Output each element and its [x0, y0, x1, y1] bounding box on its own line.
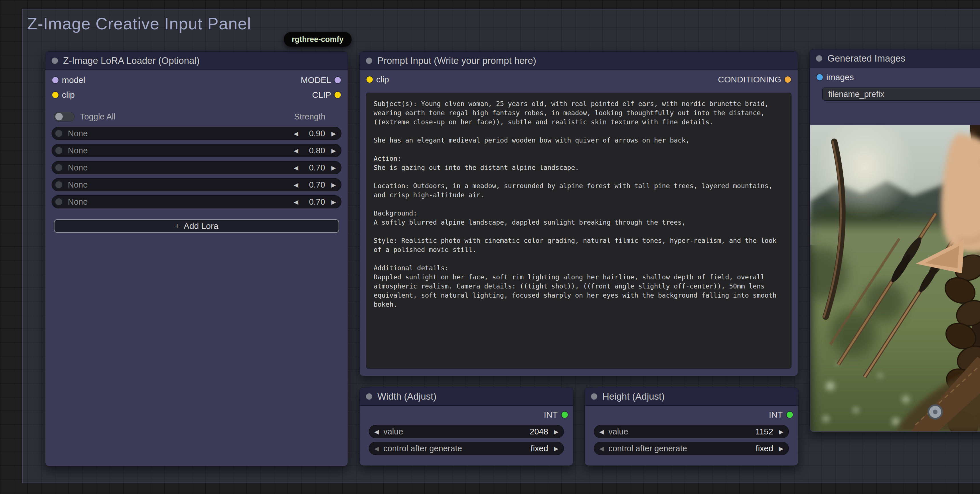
value-decrement-arrow[interactable]: ◀ [374, 429, 379, 435]
value-increment-arrow[interactable]: ▶ [554, 429, 558, 435]
plus-icon: + [175, 221, 180, 231]
strength-decrement-arrow[interactable]: ◀ [294, 148, 298, 154]
lora-name[interactable]: None [68, 197, 88, 206]
output-slot-int[interactable] [562, 411, 568, 418]
lora-toggle[interactable] [54, 146, 63, 155]
collapse-dot[interactable] [52, 57, 58, 64]
node-lora-loader[interactable]: Z-Image LoRA Loader (Optional) model MOD… [45, 51, 348, 466]
node-height-adjust[interactable]: Height (Adjust) INT ◀ value 1152 ▶ ◀ con… [584, 387, 798, 466]
collapse-dot[interactable] [366, 393, 372, 400]
value-label: value [383, 427, 403, 437]
value-label: value [608, 427, 628, 437]
input-label-model: model [62, 75, 85, 85]
lora-node-header[interactable]: Z-Image LoRA Loader (Optional) [45, 52, 348, 70]
control-decrement-arrow[interactable]: ◀ [374, 446, 379, 451]
control-increment-arrow[interactable]: ▶ [779, 446, 783, 451]
output-label-model: MODEL [301, 75, 331, 85]
node-width-adjust[interactable]: Width (Adjust) INT ◀ value 2048 ▶ ◀ cont… [360, 387, 573, 466]
group-title[interactable]: Z-Image Creative Input Panel [27, 14, 251, 33]
lora-toggle[interactable] [54, 163, 63, 172]
output-slot-clip[interactable] [334, 92, 341, 98]
lora-strength-value[interactable]: 0.70 [305, 180, 325, 189]
output-label-int: INT [769, 410, 783, 419]
input-slot-clip[interactable] [366, 76, 373, 83]
height-value-widget[interactable]: ◀ value 1152 ▶ [594, 425, 789, 438]
strength-decrement-arrow[interactable]: ◀ [294, 130, 298, 137]
strength-decrement-arrow[interactable]: ◀ [294, 182, 298, 188]
input-label-clip: clip [376, 75, 389, 84]
lora-row[interactable]: None ◀ 0.90 ▶ [52, 127, 341, 140]
strength-increment-arrow[interactable]: ▶ [331, 199, 336, 205]
control-label: control after generate [383, 444, 462, 453]
lora-strength-value[interactable]: 0.80 [305, 146, 325, 156]
slot-row-clip: clip CLIP [45, 87, 348, 102]
toggle-all-label: Toggle All [80, 112, 116, 121]
strength-increment-arrow[interactable]: ▶ [331, 130, 336, 137]
images-node-header[interactable]: Generated Images [810, 49, 980, 68]
collapse-dot[interactable] [366, 57, 372, 64]
add-lora-label: Add Lora [184, 221, 218, 231]
input-slot-images[interactable] [816, 74, 823, 80]
toggle-all-row: Toggle All Strength [45, 109, 348, 124]
value-decrement-arrow[interactable]: ◀ [599, 429, 604, 435]
output-slot-int[interactable] [787, 411, 793, 418]
lora-row[interactable]: None ◀ 0.70 ▶ [52, 178, 341, 191]
node-title: Prompt Input (Write your prompt here) [377, 55, 536, 66]
control-label: control after generate [608, 444, 687, 453]
output-slot-model[interactable] [334, 77, 341, 83]
lora-row[interactable]: None ◀ 0.80 ▶ [52, 144, 341, 157]
strength-decrement-arrow[interactable]: ◀ [294, 165, 298, 171]
prompt-textarea[interactable]: Subject(s): Young elven woman, 25 years … [366, 93, 791, 369]
strength-increment-arrow[interactable]: ▶ [331, 165, 336, 171]
width-value[interactable]: 2048 [530, 427, 548, 437]
node-generated-images[interactable]: Generated Images images filename_prefix [810, 49, 980, 432]
lora-strength-value[interactable]: 0.90 [305, 129, 325, 138]
filename-prefix-input[interactable]: filename_prefix [822, 87, 980, 101]
switch-knob [55, 113, 63, 120]
input-slot-model[interactable] [52, 77, 59, 83]
lora-toggle[interactable] [54, 180, 63, 189]
collapse-dot[interactable] [816, 55, 822, 62]
collapse-dot[interactable] [591, 393, 597, 400]
lora-toggle[interactable] [54, 197, 63, 206]
value-increment-arrow[interactable]: ▶ [779, 429, 783, 435]
control-value[interactable]: fixed [756, 444, 773, 453]
lora-name[interactable]: None [68, 129, 88, 138]
control-decrement-arrow[interactable]: ◀ [599, 446, 604, 451]
lora-row[interactable]: None ◀ 0.70 ▶ [52, 161, 341, 174]
lora-name[interactable]: None [68, 146, 88, 156]
toggle-all-switch[interactable] [54, 112, 75, 121]
output-slot-conditioning[interactable] [784, 76, 791, 83]
control-increment-arrow[interactable]: ▶ [554, 446, 558, 451]
add-lora-button[interactable]: + Add Lora [54, 219, 339, 233]
strength-header: Strength [294, 112, 325, 121]
control-after-generate-widget[interactable]: ◀ control after generate fixed ▶ [594, 442, 789, 455]
lora-toggle[interactable] [54, 129, 63, 138]
strength-decrement-arrow[interactable]: ◀ [294, 199, 298, 205]
output-label-clip: CLIP [312, 90, 331, 100]
width-value-widget[interactable]: ◀ value 2048 ▶ [369, 425, 564, 438]
input-slot-clip[interactable] [52, 92, 59, 98]
lora-strength-value[interactable]: 0.70 [305, 163, 325, 172]
lora-name[interactable]: None [68, 180, 88, 189]
strength-increment-arrow[interactable]: ▶ [331, 148, 336, 154]
lora-name[interactable]: None [68, 163, 88, 172]
rgthree-badge[interactable]: rgthree-comfy [284, 32, 352, 47]
input-label-clip: clip [62, 90, 75, 100]
generated-image-preview[interactable] [810, 125, 980, 431]
height-value[interactable]: 1152 [755, 427, 773, 437]
strength-increment-arrow[interactable]: ▶ [331, 182, 336, 188]
node-title: Z-Image LoRA Loader (Optional) [63, 55, 200, 66]
height-node-header[interactable]: Height (Adjust) [585, 388, 798, 406]
lora-row[interactable]: None ◀ 0.70 ▶ [52, 195, 341, 208]
output-label-conditioning: CONDITIONING [718, 75, 781, 84]
node-graph-canvas[interactable]: Z-Image Creative Input Panel rgthree-com… [0, 0, 980, 494]
lora-strength-value[interactable]: 0.70 [305, 197, 325, 206]
input-label-images: images [826, 72, 854, 82]
control-after-generate-widget[interactable]: ◀ control after generate fixed ▶ [369, 442, 564, 455]
width-node-header[interactable]: Width (Adjust) [360, 388, 573, 406]
node-prompt-input[interactable]: Prompt Input (Write your prompt here) cl… [360, 51, 798, 376]
control-value[interactable]: fixed [531, 444, 548, 453]
generated-image-art [810, 125, 980, 431]
prompt-node-header[interactable]: Prompt Input (Write your prompt here) [360, 52, 798, 70]
